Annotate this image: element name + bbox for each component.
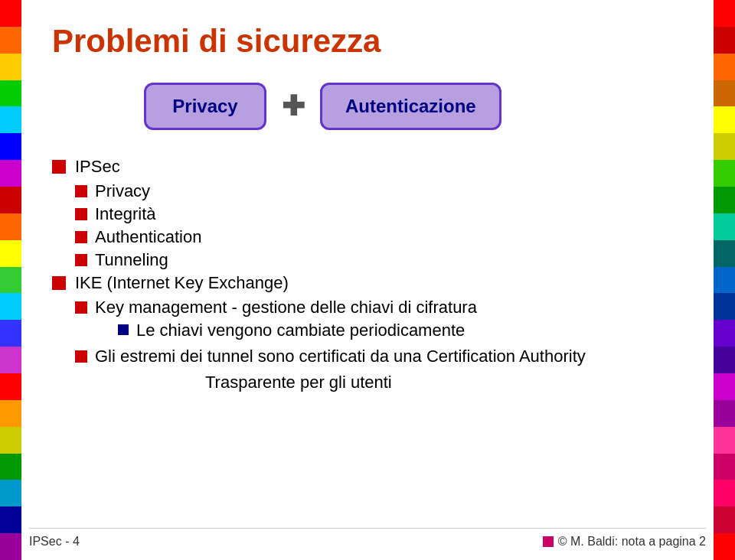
list-item-text: Le chiavi vengono cambiate periodicament… — [136, 321, 465, 340]
footer: IPSec - 4 © M. Baldi: nota a pagina 2 — [29, 528, 706, 549]
page-title: Problemi di sicurezza — [52, 23, 683, 60]
bullet-icon — [75, 231, 87, 243]
list-item-text: Key management - gestione delle chiavi d… — [95, 298, 477, 317]
list-item-chiavi: Le chiavi vengono cambiate periodicament… — [118, 321, 477, 340]
list-item-text: Tunneling — [95, 250, 168, 270]
list-item-privacy: Privacy — [75, 181, 683, 201]
badges-row: Privacy ✚ Autenticazione — [144, 83, 683, 130]
bullet-icon — [52, 160, 66, 174]
ipsec-sub-list: Privacy Integrità Authentication Tunneli… — [52, 181, 683, 270]
footer-dot — [543, 536, 554, 547]
left-color-bar — [0, 0, 21, 560]
footer-center: © M. Baldi: nota a pagina 2 — [543, 535, 706, 549]
list-item-tunneling: Tunneling — [75, 250, 683, 270]
bullet-icon — [52, 276, 66, 290]
right-color-bar — [714, 0, 735, 560]
list-item-text: IKE (Internet Key Exchange) — [75, 273, 289, 293]
bullet-icon-small — [118, 324, 129, 335]
footer-left: IPSec - 4 — [29, 535, 80, 549]
bullet-icon — [75, 254, 87, 266]
footer-center-text: © M. Baldi: nota a pagina 2 — [558, 535, 706, 549]
authentication-badge: Autenticazione — [320, 83, 501, 130]
list-item-text: Integrità — [95, 204, 156, 224]
privacy-badge: Privacy — [144, 83, 266, 130]
list-item-text-block: Key management - gestione delle chiavi d… — [95, 298, 477, 343]
key-sub-list: Le chiavi vengono cambiate periodicament… — [95, 321, 477, 340]
list-item-integrita: Integrità — [75, 204, 683, 224]
list-item-ike: IKE (Internet Key Exchange) — [52, 273, 683, 293]
list-item-text: IPSec — [75, 157, 120, 177]
bullet-icon — [75, 301, 87, 314]
main-content: Problemi di sicurezza Privacy ✚ Autentic… — [29, 0, 706, 560]
bullet-icon — [75, 185, 87, 197]
list-item-authentication: Authentication — [75, 227, 683, 247]
list-item-text: Privacy — [95, 181, 150, 201]
main-bullet-list: IPSec Privacy Integrità Authentication T… — [52, 157, 683, 366]
list-item-estremi: Gli estremi dei tunnel sono certificati … — [75, 347, 683, 366]
ike-sub-list: Key management - gestione delle chiavi d… — [52, 298, 683, 366]
plus-symbol: ✚ — [282, 90, 305, 122]
list-item-text: Authentication — [95, 227, 201, 247]
list-item-key-management: Key management - gestione delle chiavi d… — [75, 298, 683, 343]
bullet-icon — [75, 350, 87, 363]
list-item-text: Gli estremi dei tunnel sono certificati … — [95, 347, 586, 366]
bullet-icon — [75, 208, 87, 220]
list-item-ipsec: IPSec — [52, 157, 683, 177]
trasparente-text: Trasparente per gli utenti — [205, 373, 683, 392]
